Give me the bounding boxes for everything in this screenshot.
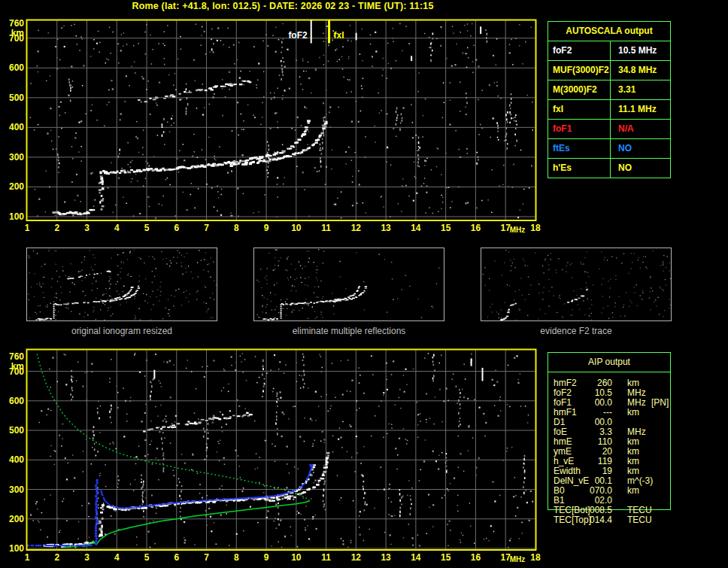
svg-text:5: 5 [144, 552, 150, 563]
svg-text:foF2: foF2 [288, 30, 308, 41]
svg-text:15: 15 [441, 223, 451, 233]
svg-text:10: 10 [291, 223, 302, 233]
thumbnail-caption-eliminate: eliminate multiple reflections [253, 326, 444, 336]
svg-text:13: 13 [381, 552, 391, 563]
svg-text:4: 4 [114, 552, 120, 563]
svg-text:2: 2 [54, 223, 59, 233]
svg-text:16: 16 [471, 223, 481, 233]
table-row: M(3000)F23.31 [548, 80, 670, 100]
svg-text:12: 12 [351, 552, 362, 563]
svg-text:760: 760 [9, 18, 24, 29]
svg-text:18: 18 [530, 552, 541, 563]
svg-text:300: 300 [9, 484, 24, 495]
thumbnail-original-ionogram [26, 248, 217, 322]
table-row: foF1N/A [548, 120, 670, 139]
svg-text:11: 11 [321, 223, 331, 233]
svg-text:11: 11 [321, 552, 331, 563]
svg-text:200: 200 [9, 514, 24, 524]
autoscala-table-title: AUTOSCALA output [548, 22, 670, 41]
svg-text:700: 700 [9, 366, 24, 377]
table-row: fxI11.1 MHz [548, 100, 670, 120]
svg-text:600: 600 [9, 62, 24, 73]
svg-text:fxI: fxI [334, 30, 344, 41]
svg-text:9: 9 [264, 552, 269, 563]
svg-text:7: 7 [204, 552, 209, 563]
svg-text:100: 100 [9, 543, 24, 554]
svg-text:760: 760 [9, 351, 24, 362]
svg-text:100: 100 [9, 211, 24, 222]
table-row: h'EsNO [548, 159, 670, 178]
svg-text:6: 6 [174, 552, 179, 563]
svg-text:12: 12 [351, 223, 362, 233]
svg-text:16: 16 [471, 552, 481, 563]
aip-table-title: AIP output [548, 353, 670, 372]
svg-text:1: 1 [25, 552, 30, 563]
table-row: hmF1---km [548, 408, 728, 418]
svg-text:MHz: MHz [510, 555, 526, 563]
svg-text:6: 6 [174, 223, 179, 233]
autoscala-table-rows: foF210.5 MHzMUF(3000)F234.8 MHzM(3000)F2… [548, 41, 670, 178]
svg-text:8: 8 [234, 223, 239, 233]
svg-text:200: 200 [9, 181, 24, 192]
ionogram-plot: foF2fxI760km7006005004003002001001234567… [0, 0, 549, 238]
svg-text:MHz: MHz [510, 226, 526, 234]
thumbnail-caption-evidence: evidence F2 trace [481, 326, 672, 336]
svg-text:1: 1 [25, 223, 30, 233]
table-row: MUF(3000)F234.8 MHz [548, 61, 670, 80]
svg-text:10: 10 [291, 552, 302, 563]
svg-text:700: 700 [9, 33, 24, 44]
svg-text:4: 4 [114, 223, 120, 233]
svg-text:14: 14 [411, 552, 421, 563]
table-row: TEC[Top]014.4TECU [548, 515, 728, 525]
svg-text:400: 400 [9, 122, 24, 132]
autoscala-table: AUTOSCALA output foF210.5 MHzMUF(3000)F2… [548, 21, 671, 178]
svg-text:14: 14 [411, 223, 421, 233]
svg-text:600: 600 [9, 396, 24, 406]
svg-text:3: 3 [84, 223, 89, 233]
svg-text:7: 7 [204, 223, 209, 233]
svg-text:2: 2 [54, 552, 59, 563]
thumbnail-eliminate-reflections [253, 248, 444, 322]
svg-text:500: 500 [9, 425, 24, 436]
table-row: foF210.5 MHz [548, 41, 670, 61]
thumbnail-caption-original: original ionogram resized [26, 326, 217, 336]
svg-text:500: 500 [9, 93, 24, 103]
svg-text:18: 18 [530, 223, 541, 233]
svg-text:5: 5 [144, 223, 150, 233]
svg-text:9: 9 [264, 223, 269, 233]
table-row: ftEsNO [548, 139, 670, 159]
table-row: B0070.0km [548, 486, 728, 496]
svg-text:400: 400 [9, 454, 24, 465]
svg-text:3: 3 [84, 552, 89, 563]
svg-text:15: 15 [441, 552, 451, 563]
svg-text:300: 300 [9, 152, 24, 163]
svg-text:13: 13 [381, 223, 391, 233]
profile-plot: 760km70060050040030020010012345678910111… [0, 339, 549, 568]
thumbnail-evidence-f2-trace [481, 248, 672, 322]
svg-text:8: 8 [234, 552, 239, 563]
aip-table-rows: hmF2260kmfoF210.5MHzfoF100.0MHz[PN]hmF1-… [548, 378, 728, 525]
